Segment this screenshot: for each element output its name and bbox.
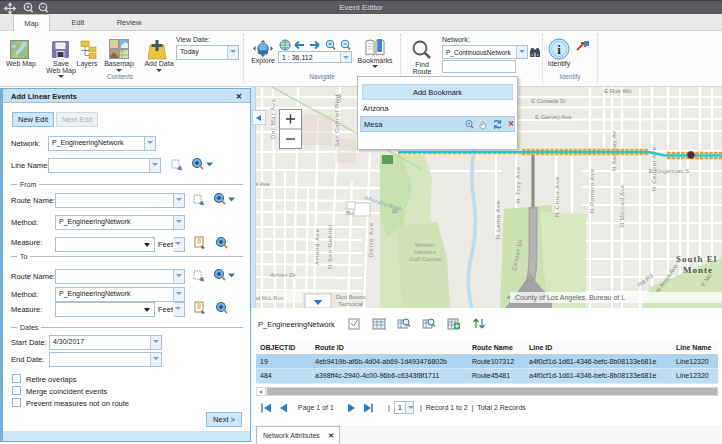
svg-text:i: i [557, 42, 561, 57]
svg-text:N Merced Ave: N Merced Ave [619, 184, 625, 227]
svg-text:od McL:Run: od McL:Run [254, 295, 284, 301]
svg-text:E Rue Wo: E Rue Wo [604, 88, 632, 94]
svg-text:N Lema Ave: N Lema Ave [495, 200, 501, 239]
svg-text:E Kingerman S: E Kingerman S [649, 168, 689, 174]
svg-text:Don Bosco: Don Bosco [336, 294, 366, 300]
svg-text:Gla: Gla [336, 93, 342, 103]
svg-text:N Troy Ave: N Troy Ave [515, 166, 521, 203]
svg-text:Monte: Monte [683, 265, 713, 275]
svg-text:N Chico Ave: N Chico Ave [554, 176, 560, 217]
svg-text:Delta Ave: Delta Ave [368, 222, 374, 257]
svg-text:Narrows: Narrows [414, 249, 436, 255]
svg-text:Arland Ave: Arland Ave [314, 228, 320, 265]
svg-text:Del Mar Ave: Del Mar Ave [270, 98, 276, 139]
svg-text:County of Los Angeles, Bureau: County of Los Angeles, Bureau of L [515, 294, 625, 302]
svg-text:South El: South El [676, 254, 717, 264]
svg-text:N Potrero Ave: N Potrero Ave [589, 168, 595, 213]
svg-text:Technical: Technical [338, 301, 363, 307]
svg-text:N San Gabriel: N San Gabriel [327, 225, 333, 269]
svg-text:Whittier: Whittier [415, 242, 435, 248]
svg-text:Arroyo Dr: Arroyo Dr [269, 272, 297, 278]
svg-text:E Cortada St: E Cortada St [531, 98, 566, 104]
svg-text:E Garvey Ave: E Garvey Ave [535, 114, 572, 120]
svg-text:Golf Course: Golf Course [409, 256, 442, 262]
